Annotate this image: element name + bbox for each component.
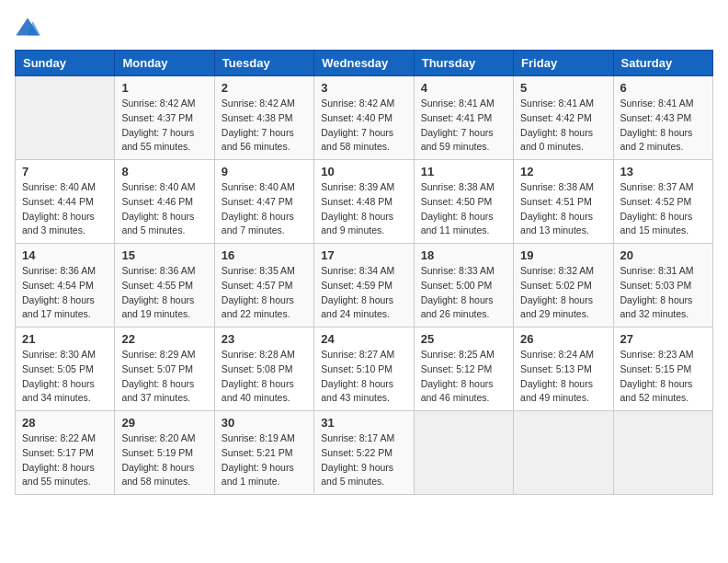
calendar-cell: 3Sunrise: 8:42 AMSunset: 4:40 PMDaylight…: [314, 76, 414, 160]
day-number: 26: [520, 332, 606, 346]
calendar-table: SundayMondayTuesdayWednesdayThursdayFrid…: [15, 50, 713, 495]
day-number: 22: [121, 332, 207, 346]
day-number: 9: [222, 165, 307, 178]
calendar-cell: 22Sunrise: 8:29 AMSunset: 5:07 PMDayligh…: [115, 327, 214, 411]
day-number: 25: [421, 332, 506, 346]
calendar-cell: 11Sunrise: 8:38 AMSunset: 4:50 PMDayligh…: [414, 160, 513, 244]
calendar-body: 1Sunrise: 8:42 AMSunset: 4:37 PMDaylight…: [16, 76, 713, 495]
day-number: 6: [620, 81, 706, 95]
day-number: 15: [121, 248, 207, 262]
day-number: 11: [421, 165, 506, 178]
day-detail: Sunrise: 8:40 AMSunset: 4:46 PMDaylight:…: [121, 180, 207, 238]
day-detail: Sunrise: 8:39 AMSunset: 4:48 PMDaylight:…: [321, 180, 406, 238]
calendar-cell: 29Sunrise: 8:20 AMSunset: 5:19 PMDayligh…: [115, 411, 214, 495]
day-detail: Sunrise: 8:19 AMSunset: 5:21 PMDaylight:…: [222, 431, 307, 489]
day-detail: Sunrise: 8:42 AMSunset: 4:38 PMDaylight:…: [222, 97, 307, 155]
calendar-cell: 8Sunrise: 8:40 AMSunset: 4:46 PMDaylight…: [115, 160, 214, 244]
day-number: 14: [22, 248, 108, 262]
day-number: 21: [22, 332, 108, 346]
calendar-cell: 19Sunrise: 8:32 AMSunset: 5:02 PMDayligh…: [514, 244, 613, 327]
day-detail: Sunrise: 8:29 AMSunset: 5:07 PMDaylight:…: [121, 348, 207, 406]
day-detail: Sunrise: 8:36 AMSunset: 4:54 PMDaylight:…: [22, 264, 108, 322]
day-number: 3: [321, 81, 406, 95]
calendar-cell: 5Sunrise: 8:41 AMSunset: 4:42 PMDaylight…: [514, 76, 613, 160]
day-detail: Sunrise: 8:36 AMSunset: 4:55 PMDaylight:…: [121, 264, 207, 322]
calendar-cell: 26Sunrise: 8:24 AMSunset: 5:13 PMDayligh…: [514, 327, 613, 411]
calendar-cell: 16Sunrise: 8:35 AMSunset: 4:57 PMDayligh…: [214, 244, 313, 327]
day-detail: Sunrise: 8:31 AMSunset: 5:03 PMDaylight:…: [620, 264, 706, 322]
day-detail: Sunrise: 8:33 AMSunset: 5:00 PMDaylight:…: [421, 264, 506, 322]
day-number: 31: [321, 416, 406, 430]
day-detail: Sunrise: 8:42 AMSunset: 4:37 PMDaylight:…: [121, 97, 207, 155]
calendar-cell: 21Sunrise: 8:30 AMSunset: 5:05 PMDayligh…: [16, 327, 115, 411]
calendar-week-1: 1Sunrise: 8:42 AMSunset: 4:37 PMDaylight…: [16, 76, 713, 160]
logo-icon: [15, 15, 40, 40]
day-number: 28: [22, 416, 108, 430]
day-number: 20: [620, 248, 706, 262]
day-number: 29: [121, 416, 207, 430]
day-detail: Sunrise: 8:17 AMSunset: 5:22 PMDaylight:…: [321, 431, 406, 489]
day-detail: Sunrise: 8:35 AMSunset: 4:57 PMDaylight:…: [222, 264, 307, 322]
calendar-cell: 1Sunrise: 8:42 AMSunset: 4:37 PMDaylight…: [115, 76, 214, 160]
weekday-friday: Friday: [514, 51, 613, 76]
logo: [15, 15, 44, 40]
calendar-week-2: 7Sunrise: 8:40 AMSunset: 4:44 PMDaylight…: [16, 160, 713, 244]
calendar-cell: 23Sunrise: 8:28 AMSunset: 5:08 PMDayligh…: [214, 327, 313, 411]
day-detail: Sunrise: 8:38 AMSunset: 4:50 PMDaylight:…: [421, 180, 506, 238]
calendar-cell: 27Sunrise: 8:23 AMSunset: 5:15 PMDayligh…: [613, 327, 712, 411]
day-detail: Sunrise: 8:28 AMSunset: 5:08 PMDaylight:…: [222, 348, 307, 406]
calendar-cell: 14Sunrise: 8:36 AMSunset: 4:54 PMDayligh…: [16, 244, 115, 327]
day-detail: Sunrise: 8:42 AMSunset: 4:40 PMDaylight:…: [321, 97, 406, 155]
calendar-cell: 15Sunrise: 8:36 AMSunset: 4:55 PMDayligh…: [115, 244, 214, 327]
day-detail: Sunrise: 8:27 AMSunset: 5:10 PMDaylight:…: [321, 348, 406, 406]
calendar-cell: 17Sunrise: 8:34 AMSunset: 4:59 PMDayligh…: [314, 244, 414, 327]
calendar-cell: 12Sunrise: 8:38 AMSunset: 4:51 PMDayligh…: [514, 160, 613, 244]
weekday-monday: Monday: [115, 51, 214, 76]
weekday-saturday: Saturday: [613, 51, 712, 76]
day-detail: Sunrise: 8:30 AMSunset: 5:05 PMDaylight:…: [22, 348, 108, 406]
day-detail: Sunrise: 8:40 AMSunset: 4:47 PMDaylight:…: [222, 180, 307, 238]
weekday-tuesday: Tuesday: [214, 51, 313, 76]
day-number: 30: [222, 416, 307, 430]
day-detail: Sunrise: 8:23 AMSunset: 5:15 PMDaylight:…: [620, 348, 706, 406]
calendar-cell: 28Sunrise: 8:22 AMSunset: 5:17 PMDayligh…: [16, 411, 115, 495]
calendar-week-4: 21Sunrise: 8:30 AMSunset: 5:05 PMDayligh…: [16, 327, 713, 411]
day-detail: Sunrise: 8:25 AMSunset: 5:12 PMDaylight:…: [421, 348, 506, 406]
day-number: 2: [222, 81, 307, 95]
weekday-sunday: Sunday: [16, 51, 115, 76]
calendar-cell: 31Sunrise: 8:17 AMSunset: 5:22 PMDayligh…: [314, 411, 414, 495]
weekday-header-row: SundayMondayTuesdayWednesdayThursdayFrid…: [16, 51, 713, 76]
calendar-cell: [16, 76, 115, 160]
day-number: 13: [620, 165, 706, 178]
calendar-cell: 4Sunrise: 8:41 AMSunset: 4:41 PMDaylight…: [414, 76, 513, 160]
weekday-wednesday: Wednesday: [314, 51, 414, 76]
calendar-cell: 10Sunrise: 8:39 AMSunset: 4:48 PMDayligh…: [314, 160, 414, 244]
calendar-cell: 25Sunrise: 8:25 AMSunset: 5:12 PMDayligh…: [414, 327, 513, 411]
day-number: 18: [421, 248, 506, 262]
calendar-cell: 9Sunrise: 8:40 AMSunset: 4:47 PMDaylight…: [214, 160, 313, 244]
day-number: 24: [321, 332, 406, 346]
calendar-cell: 24Sunrise: 8:27 AMSunset: 5:10 PMDayligh…: [314, 327, 414, 411]
calendar-week-3: 14Sunrise: 8:36 AMSunset: 4:54 PMDayligh…: [16, 244, 713, 327]
calendar-cell: 7Sunrise: 8:40 AMSunset: 4:44 PMDaylight…: [16, 160, 115, 244]
day-number: 5: [520, 81, 606, 95]
day-detail: Sunrise: 8:22 AMSunset: 5:17 PMDaylight:…: [22, 431, 108, 489]
day-number: 8: [121, 165, 207, 178]
day-detail: Sunrise: 8:34 AMSunset: 4:59 PMDaylight:…: [321, 264, 406, 322]
calendar-cell: 20Sunrise: 8:31 AMSunset: 5:03 PMDayligh…: [613, 244, 712, 327]
calendar-cell: 30Sunrise: 8:19 AMSunset: 5:21 PMDayligh…: [214, 411, 313, 495]
day-detail: Sunrise: 8:41 AMSunset: 4:43 PMDaylight:…: [620, 97, 706, 155]
calendar-week-5: 28Sunrise: 8:22 AMSunset: 5:17 PMDayligh…: [16, 411, 713, 495]
calendar-cell: [414, 411, 513, 495]
day-detail: Sunrise: 8:38 AMSunset: 4:51 PMDaylight:…: [520, 180, 606, 238]
calendar-cell: 18Sunrise: 8:33 AMSunset: 5:00 PMDayligh…: [414, 244, 513, 327]
day-number: 23: [222, 332, 307, 346]
day-number: 17: [321, 248, 406, 262]
calendar-cell: [613, 411, 712, 495]
calendar-cell: 2Sunrise: 8:42 AMSunset: 4:38 PMDaylight…: [214, 76, 313, 160]
calendar-cell: 13Sunrise: 8:37 AMSunset: 4:52 PMDayligh…: [613, 160, 712, 244]
day-number: 27: [620, 332, 706, 346]
day-detail: Sunrise: 8:41 AMSunset: 4:42 PMDaylight:…: [520, 97, 606, 155]
day-number: 10: [321, 165, 406, 178]
day-number: 7: [22, 165, 108, 178]
